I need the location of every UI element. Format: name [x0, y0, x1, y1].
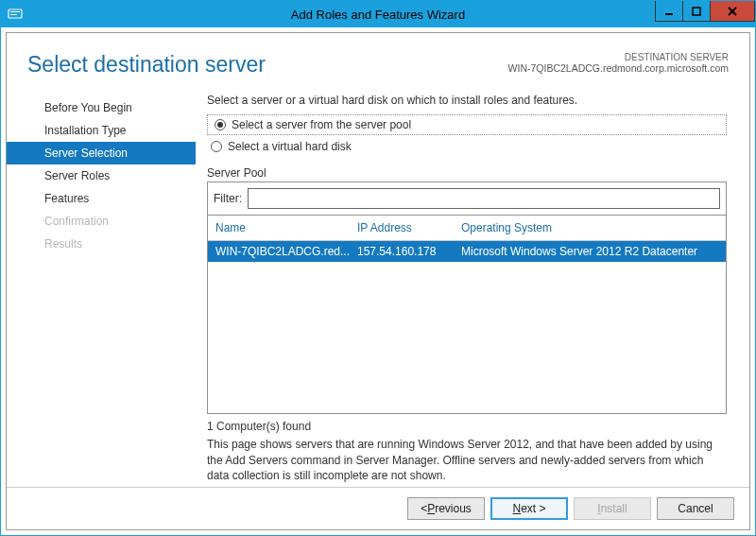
content-frame: Select destination server DESTINATION SE…: [6, 32, 750, 530]
cell-os: Microsoft Windows Server 2012 R2 Datacen…: [461, 245, 718, 258]
maximize-button[interactable]: [682, 1, 711, 22]
intro-text: Select a server or a virtual hard disk o…: [207, 92, 727, 114]
svg-rect-3: [665, 13, 673, 15]
radio-vhd-row[interactable]: Select a virtual hard disk: [207, 138, 727, 155]
body: Before You Begin Installation Type Serve…: [7, 89, 749, 487]
nav-results: Results: [7, 233, 196, 255]
filter-label: Filter:: [214, 192, 242, 205]
col-ip[interactable]: IP Address: [357, 221, 461, 234]
install-button: Install: [574, 497, 651, 520]
wizard-nav: Before You Begin Installation Type Serve…: [7, 89, 196, 487]
grid-row[interactable]: WIN-7QIBC2LADCG.red... 157.54.160.178 Mi…: [208, 241, 726, 262]
nav-confirmation: Confirmation: [7, 210, 196, 233]
grid-header: Name IP Address Operating System: [208, 216, 726, 241]
footer: < Previous Next > Install Cancel: [7, 487, 749, 529]
nav-server-roles[interactable]: Server Roles: [7, 164, 196, 187]
header: Select destination server DESTINATION SE…: [7, 33, 749, 89]
window-title: Add Roles and Features Wizard: [1, 8, 755, 22]
col-name[interactable]: Name: [215, 221, 357, 234]
minimize-button[interactable]: [655, 1, 683, 22]
radio-server-pool-label: Select a server from the server pool: [232, 118, 411, 131]
cancel-button[interactable]: Cancel: [657, 497, 734, 520]
computers-found: 1 Computer(s) found: [207, 414, 727, 437]
destination-server-block: DESTINATION SERVER WIN-7QIBC2LADCG.redmo…: [508, 52, 729, 74]
close-button[interactable]: [710, 1, 755, 22]
page-title: Select destination server: [27, 52, 266, 78]
window-controls: [656, 1, 755, 22]
filter-box: Filter:: [207, 182, 727, 216]
radio-server-pool-row[interactable]: Select a server from the server pool: [207, 114, 727, 135]
server-grid: Name IP Address Operating System WIN-7QI…: [207, 216, 727, 414]
nav-features[interactable]: Features: [7, 187, 196, 210]
titlebar: Add Roles and Features Wizard: [1, 1, 755, 27]
wizard-window: Add Roles and Features Wizard Select des…: [0, 0, 756, 536]
destination-label: DESTINATION SERVER: [508, 52, 729, 62]
previous-button[interactable]: < Previous: [407, 497, 485, 520]
filter-input[interactable]: [248, 188, 720, 209]
destination-value: WIN-7QIBC2LADCG.redmond.corp.microsoft.c…: [508, 62, 729, 74]
main-panel: Select a server or a virtual hard disk o…: [196, 89, 749, 487]
nav-server-selection[interactable]: Server Selection: [7, 142, 196, 164]
grid-blank: [208, 262, 726, 413]
nav-installation-type[interactable]: Installation Type: [7, 119, 196, 142]
col-os[interactable]: Operating System: [461, 221, 718, 234]
radio-vhd-label: Select a virtual hard disk: [228, 140, 352, 153]
server-pool-label: Server Pool: [207, 166, 727, 180]
svg-rect-4: [693, 8, 700, 15]
radio-icon: [215, 119, 226, 130]
nav-before-you-begin[interactable]: Before You Begin: [7, 96, 196, 119]
next-button[interactable]: Next >: [490, 497, 568, 520]
cell-ip: 157.54.160.178: [357, 245, 461, 258]
cell-name: WIN-7QIBC2LADCG.red...: [215, 245, 357, 258]
radio-icon: [211, 141, 222, 152]
description-text: This page shows servers that are running…: [207, 437, 727, 483]
